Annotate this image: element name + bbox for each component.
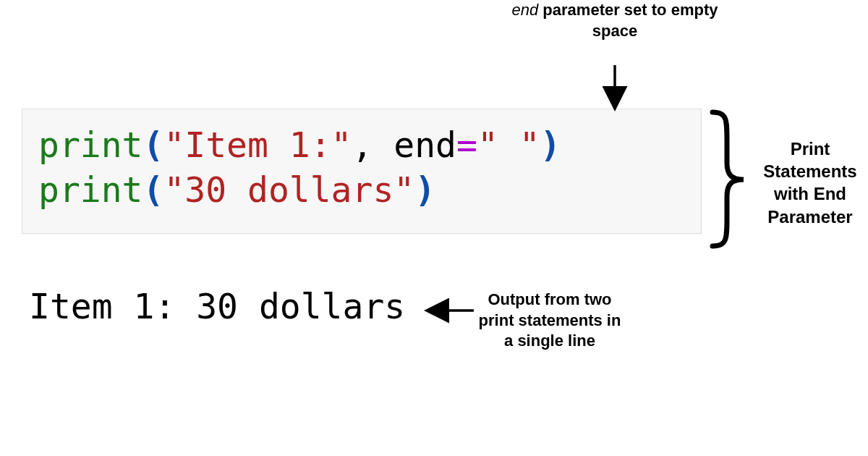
code-line-1: print("Item 1:", end=" ") [38, 122, 685, 167]
code-line-2: print("30 dollars") [38, 167, 685, 212]
curly-brace-icon [712, 112, 744, 246]
token-rparen-1: ) [540, 124, 561, 165]
token-print-2: print [38, 169, 143, 210]
annotation-end-parameter: end parameter set to empty space [506, 0, 723, 41]
diagram-root: end parameter set to empty space Print S… [0, 0, 868, 456]
token-string-space: " " [477, 124, 540, 165]
annotation-end-rest: parameter set to empty space [538, 1, 718, 40]
token-lparen-2: ( [143, 169, 164, 210]
annotation-end-em: end [512, 1, 539, 19]
annotation-right-brace-label: Print Statements with End Parameter [752, 138, 868, 228]
token-rparen-2: ) [414, 169, 435, 210]
code-block: print("Item 1:", end=" ") print("30 doll… [22, 109, 702, 234]
token-equals: = [456, 124, 477, 165]
token-print-1: print [38, 124, 143, 165]
annotation-output-label: Output from two print statements in a si… [477, 290, 622, 352]
token-comma: , [352, 124, 394, 165]
output-text: Item 1: 30 dollars [29, 286, 405, 326]
token-end-kw: end [393, 124, 456, 165]
token-lparen-1: ( [143, 124, 164, 165]
token-string-item: "Item 1:" [163, 124, 352, 165]
token-string-dollars: "30 dollars" [163, 169, 414, 210]
